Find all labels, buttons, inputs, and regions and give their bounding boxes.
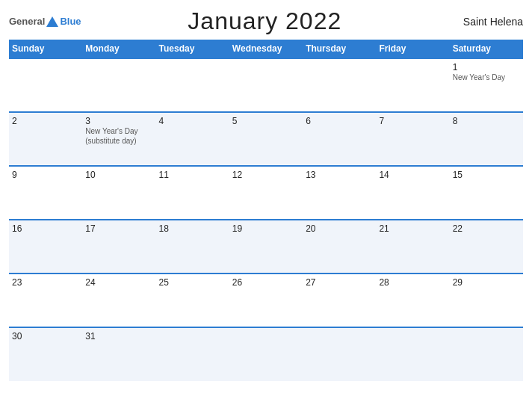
calendar-cell: 7 <box>376 112 449 166</box>
calendar-cell: 22 <box>450 220 523 274</box>
day-number: 16 <box>12 223 79 234</box>
calendar-body: 1New Year's Day23New Year's Day(substitu… <box>9 58 523 381</box>
day-number: 4 <box>159 116 226 126</box>
calendar-cell <box>229 58 303 112</box>
day-number: 18 <box>159 223 226 234</box>
calendar-cell: 6 <box>303 112 376 166</box>
day-number: 13 <box>306 170 373 180</box>
calendar-container: General Blue January 2022 Saint Helena S… <box>0 0 532 411</box>
calendar-cell <box>303 58 376 112</box>
calendar-week-5: 23242526272829 <box>9 274 523 327</box>
day-number: 23 <box>12 277 79 288</box>
calendar-cell <box>450 327 523 381</box>
day-number: 20 <box>306 223 373 234</box>
calendar-cell <box>9 58 82 112</box>
day-number: 12 <box>232 170 300 180</box>
calendar-cell: 21 <box>376 220 449 274</box>
calendar-cell: 19 <box>229 220 303 274</box>
calendar-cell: 29 <box>450 274 523 327</box>
calendar-cell: 28 <box>376 274 449 327</box>
calendar-cell: 9 <box>9 166 82 220</box>
day-number: 15 <box>453 170 520 180</box>
day-number: 24 <box>85 277 152 288</box>
day-number: 27 <box>306 277 373 288</box>
calendar-cell: 26 <box>229 274 303 327</box>
day-number: 30 <box>12 331 79 342</box>
day-number: 5 <box>232 116 300 126</box>
logo: General Blue <box>9 16 81 27</box>
day-number: 21 <box>379 223 446 234</box>
calendar-week-4: 16171819202122 <box>9 220 523 274</box>
calendar-cell <box>376 58 449 112</box>
day-number: 8 <box>453 116 520 126</box>
calendar-cell: 10 <box>82 166 155 220</box>
day-number: 29 <box>453 277 520 288</box>
calendar-week-2: 23New Year's Day(substitute day)45678 <box>9 112 523 166</box>
day-number: 25 <box>159 277 226 288</box>
day-number: 3 <box>85 116 152 126</box>
calendar-cell: 30 <box>9 327 82 381</box>
day-number: 28 <box>379 277 446 288</box>
calendar-cell: 17 <box>82 220 155 274</box>
calendar-cell: 11 <box>156 166 229 220</box>
col-saturday: Saturday <box>450 40 523 58</box>
calendar-week-1: 1New Year's Day <box>9 58 523 112</box>
col-thursday: Thursday <box>303 40 376 58</box>
calendar-cell: 15 <box>450 166 523 220</box>
calendar-cell <box>156 327 229 381</box>
calendar-cell: 23 <box>9 274 82 327</box>
col-sunday: Sunday <box>9 40 82 58</box>
calendar-week-3: 9101112131415 <box>9 166 523 220</box>
calendar-cell: 13 <box>303 166 376 220</box>
calendar-cell: 14 <box>376 166 449 220</box>
day-number: 10 <box>85 170 152 180</box>
event-name: New Year's Day <box>453 72 520 82</box>
logo-triangle-icon <box>46 16 58 27</box>
calendar-cell: 24 <box>82 274 155 327</box>
calendar-cell: 4 <box>156 112 229 166</box>
calendar-cell: 16 <box>9 220 82 274</box>
day-number: 31 <box>85 331 152 342</box>
day-number: 6 <box>306 116 373 126</box>
event-name: New Year's Day(substitute day) <box>85 126 152 146</box>
day-number: 9 <box>12 170 79 180</box>
logo-general-text: General <box>9 16 45 27</box>
calendar-cell: 31 <box>82 327 155 381</box>
day-number: 26 <box>232 277 300 288</box>
region-label: Saint Helena <box>448 16 523 28</box>
logo-blue-text: Blue <box>60 16 81 27</box>
calendar-cell <box>156 58 229 112</box>
calendar-cell: 27 <box>303 274 376 327</box>
col-monday: Monday <box>82 40 155 58</box>
calendar-cell <box>376 327 449 381</box>
calendar-cell: 8 <box>450 112 523 166</box>
calendar-cell <box>82 58 155 112</box>
calendar-cell: 12 <box>229 166 303 220</box>
day-number: 11 <box>159 170 226 180</box>
calendar-table: Sunday Monday Tuesday Wednesday Thursday… <box>9 40 523 381</box>
day-number: 2 <box>12 116 79 126</box>
month-title: January 2022 <box>81 7 448 35</box>
day-number: 17 <box>85 223 152 234</box>
calendar-cell <box>303 327 376 381</box>
calendar-cell: 20 <box>303 220 376 274</box>
day-number: 7 <box>379 116 446 126</box>
calendar-cell: 18 <box>156 220 229 274</box>
calendar-cell: 25 <box>156 274 229 327</box>
calendar-cell: 1New Year's Day <box>450 58 523 112</box>
col-wednesday: Wednesday <box>229 40 303 58</box>
calendar-cell <box>229 327 303 381</box>
day-number: 1 <box>453 62 520 72</box>
calendar-cell: 5 <box>229 112 303 166</box>
calendar-cell: 3New Year's Day(substitute day) <box>82 112 155 166</box>
day-number: 14 <box>379 170 446 180</box>
calendar-header-row: Sunday Monday Tuesday Wednesday Thursday… <box>9 40 523 58</box>
col-friday: Friday <box>376 40 449 58</box>
day-number: 22 <box>453 223 520 234</box>
calendar-cell: 2 <box>9 112 82 166</box>
col-tuesday: Tuesday <box>156 40 229 58</box>
calendar-header: General Blue January 2022 Saint Helena <box>9 7 523 35</box>
calendar-week-6: 3031 <box>9 327 523 381</box>
day-number: 19 <box>232 223 300 234</box>
